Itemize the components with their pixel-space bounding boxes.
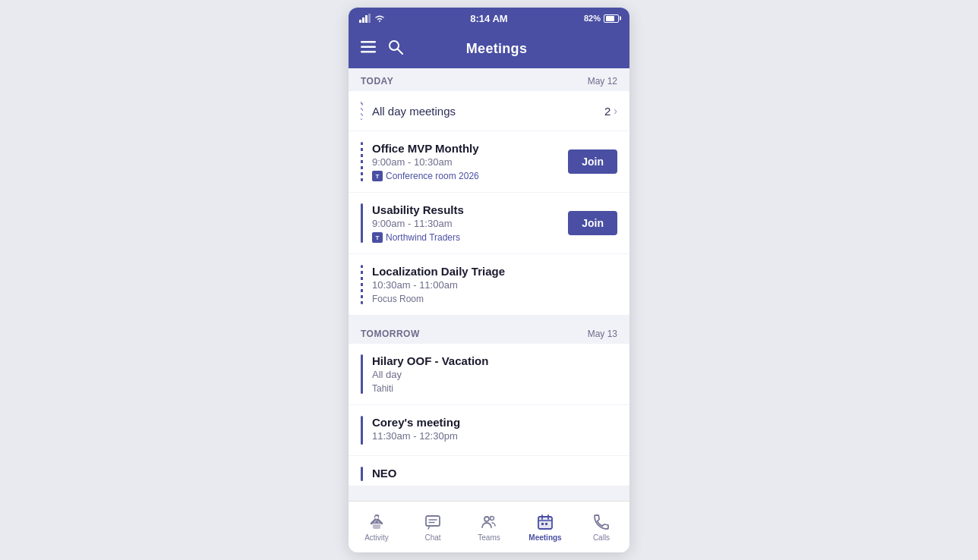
location-text: Conference room 2026 [386,171,479,181]
meeting-info: Office MVP Monthly 9:00am - 10:30am T Co… [372,142,568,181]
meeting-title: Hilary OOF - Vacation [372,354,617,367]
teams-icon: T [372,232,383,243]
nav-item-chat[interactable]: Chat [405,508,461,546]
wifi-icon [374,14,385,23]
chevron-icon: › [614,105,617,117]
status-left [359,14,385,23]
tomorrow-card: Hilary OOF - Vacation All day Tahiti Cor… [349,344,629,486]
calls-icon [592,513,610,531]
meeting-item[interactable]: NEO [349,456,629,486]
battery-fill [606,16,614,21]
meeting-stripe [361,142,363,181]
hamburger-icon [361,41,376,53]
menu-icon[interactable] [361,41,376,57]
join-button-2[interactable]: Join [568,211,617,235]
content-area: TODAY May 12 All day meetings 2 › Office… [349,68,629,501]
svg-point-12 [484,517,489,521]
signal-icon [359,14,371,23]
search-icon-svg [388,39,403,55]
today-card: All day meetings 2 › Office MVP Monthly … [349,91,629,315]
meeting-title: Localization Daily Triage [372,265,617,278]
svg-rect-4 [361,41,376,43]
svg-rect-1 [362,17,364,23]
svg-rect-9 [426,516,440,526]
teams-label: Teams [478,533,500,542]
chat-label: Chat [424,533,440,542]
all-day-count: 2 [604,105,610,118]
svg-rect-6 [361,51,376,53]
meeting-location: Focus Room [372,294,617,304]
meeting-stripe [361,203,363,243]
all-day-row[interactable]: All day meetings 2 › [349,91,629,131]
nav-item-calls[interactable]: Calls [573,508,629,546]
activity-label: Activity [364,533,389,542]
svg-rect-19 [541,523,544,525]
battery-percentage: 82% [584,14,601,23]
tomorrow-label: TOMORROW [361,329,420,339]
svg-point-7 [390,41,399,50]
svg-point-13 [491,516,494,520]
svg-rect-3 [368,14,371,23]
meeting-item[interactable]: Office MVP Monthly 9:00am - 10:30am T Co… [349,131,629,193]
meeting-info: NEO [372,467,617,481]
svg-rect-2 [365,15,368,23]
meeting-title: Office MVP Monthly [372,142,568,155]
status-time: 8:14 AM [470,13,507,24]
app-header: Meetings [349,29,629,68]
meeting-time: 9:00am - 11:30am [372,218,568,229]
meeting-time: 11:30am - 12:30pm [372,430,617,442]
svg-rect-14 [538,517,552,529]
meeting-stripe [361,265,363,304]
today-date: May 12 [588,76,617,87]
meeting-location[interactable]: T Conference room 2026 [372,171,568,181]
status-right: 82% [584,14,619,23]
today-label: TODAY [361,76,393,87]
meeting-info: Hilary OOF - Vacation All day Tahiti [372,354,617,394]
status-bar: 8:14 AM 82% [349,8,629,29]
meeting-item[interactable]: Localization Daily Triage 10:30am - 11:0… [349,254,629,315]
page-title: Meetings [415,41,578,57]
nav-item-meetings[interactable]: Meetings [517,508,573,546]
meeting-location[interactable]: T Northwind Traders [372,232,568,243]
chat-icon [424,513,442,531]
meeting-item[interactable]: Corey's meeting 11:30am - 12:30pm [349,405,629,456]
meeting-title: Usability Results [372,203,568,216]
meeting-time: All day [372,369,617,380]
meeting-stripe [361,467,363,481]
meeting-time: 10:30am - 11:00am [372,279,617,291]
phone-container: 8:14 AM 82% Meetings T [349,8,629,552]
svg-rect-0 [359,20,361,23]
calls-label: Calls [593,533,610,542]
teams-icon [480,513,498,531]
svg-line-8 [398,49,402,54]
nav-item-teams[interactable]: Teams [461,508,517,546]
meeting-stripe [361,416,363,445]
join-button-1[interactable]: Join [568,149,617,174]
meeting-title: NEO [372,467,617,480]
activity-icon [368,513,386,531]
meeting-info: Localization Daily Triage 10:30am - 11:0… [372,265,617,304]
tomorrow-date: May 13 [588,329,617,339]
meeting-stripe [361,354,363,394]
search-icon[interactable] [388,39,403,58]
meeting-info: Usability Results 9:00am - 11:30am T Nor… [372,203,568,243]
all-day-stripe [361,102,363,120]
all-day-text: All day meetings [372,105,604,118]
location-text: Northwind Traders [386,232,460,243]
teams-icon: T [372,171,383,181]
meeting-item[interactable]: Hilary OOF - Vacation All day Tahiti [349,344,629,405]
meeting-time: 9:00am - 10:30am [372,156,568,168]
meeting-item[interactable]: Usability Results 9:00am - 11:30am T Nor… [349,193,629,254]
meeting-title: Corey's meeting [372,416,617,429]
meeting-info: Corey's meeting 11:30am - 12:30pm [372,416,617,445]
battery-icon [604,14,619,23]
meeting-location: Tahiti [372,383,617,394]
nav-item-activity[interactable]: Activity [349,508,405,546]
today-section-header: TODAY May 12 [349,68,629,91]
svg-rect-20 [545,523,547,525]
section-gap [349,315,629,321]
bottom-nav: Activity Chat Teams [349,501,629,552]
meetings-label: Meetings [528,533,561,542]
meetings-icon [536,513,554,531]
svg-rect-5 [361,46,376,48]
